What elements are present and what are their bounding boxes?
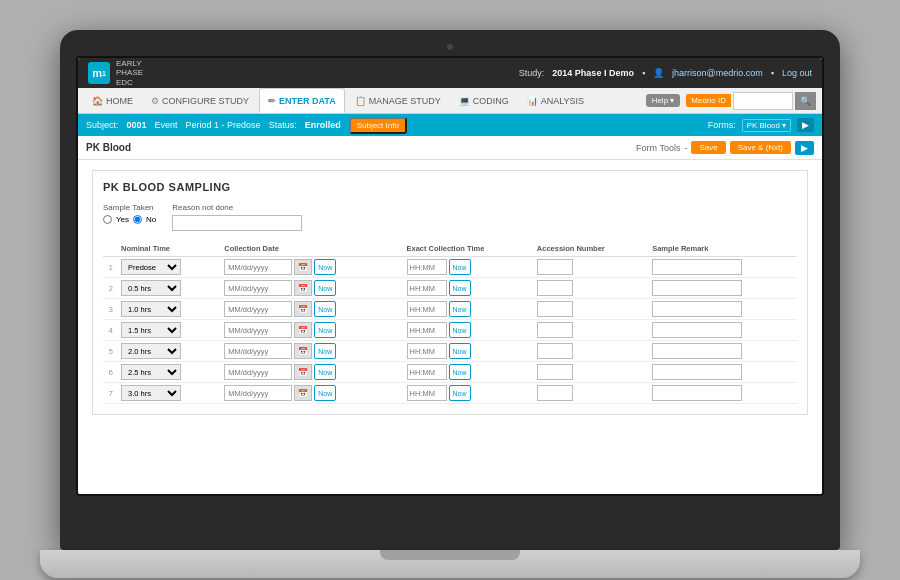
nominal-time-select[interactable]: 2.5 hrs — [121, 364, 181, 380]
now-button[interactable]: Now — [314, 280, 336, 296]
user-link[interactable]: jharrison@medrio.com — [672, 68, 763, 78]
time-input[interactable] — [407, 280, 447, 296]
now-button[interactable]: Now — [314, 343, 336, 359]
event-value: Period 1 - Predose — [186, 120, 261, 130]
radio-no[interactable] — [133, 215, 142, 224]
medrio-id-search-button[interactable]: 🔍 — [795, 92, 816, 110]
remark-cell — [648, 299, 797, 320]
remark-input[interactable] — [652, 259, 742, 275]
accession-input[interactable] — [537, 322, 573, 338]
study-label: Study: — [519, 68, 545, 78]
accession-input[interactable] — [537, 364, 573, 380]
accession-input[interactable] — [537, 343, 573, 359]
medrio-id-label: Medrio ID — [686, 94, 731, 107]
next-form-button[interactable]: ▶ — [797, 118, 814, 132]
time-input[interactable] — [407, 385, 447, 401]
nav-analysis-label: ANALYSIS — [541, 96, 584, 106]
now-button[interactable]: Now — [314, 259, 336, 275]
sample-taken-label: Sample Taken — [103, 203, 156, 212]
nominal-time-select[interactable]: Predose — [121, 259, 181, 275]
exact-now-button[interactable]: Now — [449, 280, 471, 296]
date-input[interactable] — [224, 364, 292, 380]
exact-time-cell: Now — [403, 257, 533, 278]
top-bar-right: Study: 2014 Phase I Demo ▪ 👤 jharrison@m… — [519, 68, 812, 78]
accession-input[interactable] — [537, 280, 573, 296]
medrio-id-input[interactable] — [733, 92, 793, 110]
nav-configure-label: CONFIGURE STUDY — [162, 96, 249, 106]
exact-now-button[interactable]: Now — [449, 385, 471, 401]
calendar-button[interactable]: 📅 — [294, 385, 312, 401]
save-next-button[interactable]: Save & (Nxt) — [730, 141, 791, 154]
calendar-button[interactable]: 📅 — [294, 280, 312, 296]
reason-input[interactable] — [172, 215, 302, 231]
nominal-time-select[interactable]: 2.0 hrs — [121, 343, 181, 359]
accession-input[interactable] — [537, 301, 573, 317]
time-input[interactable] — [407, 343, 447, 359]
now-button[interactable]: Now — [314, 301, 336, 317]
time-input[interactable] — [407, 364, 447, 380]
exact-now-button[interactable]: Now — [449, 322, 471, 338]
table-row: 2 0.5 hrs 📅 Now Now — [103, 278, 797, 299]
subject-id: 0001 — [127, 120, 147, 130]
remark-input[interactable] — [652, 280, 742, 296]
date-input[interactable] — [224, 343, 292, 359]
calendar-button[interactable]: 📅 — [294, 343, 312, 359]
exact-time-cell: Now — [403, 278, 533, 299]
exact-now-button[interactable]: Now — [449, 364, 471, 380]
remark-input[interactable] — [652, 343, 742, 359]
nav-configure[interactable]: ⚙ CONFIGURE STUDY — [143, 88, 257, 113]
now-button[interactable]: Now — [314, 385, 336, 401]
calendar-button[interactable]: 📅 — [294, 364, 312, 380]
accession-cell — [533, 257, 648, 278]
now-button[interactable]: Now — [314, 364, 336, 380]
exact-now-button[interactable]: Now — [449, 301, 471, 317]
separator2: ▪ — [771, 68, 774, 78]
logout-link[interactable]: Log out — [782, 68, 812, 78]
forms-dropdown[interactable]: PK Blood ▾ — [742, 119, 791, 132]
exact-now-button[interactable]: Now — [449, 343, 471, 359]
nav-right: Help ▾ Medrio ID 🔍 — [646, 92, 816, 110]
date-input[interactable] — [224, 322, 292, 338]
nav-enter-data-label: ENTER DATA — [279, 96, 336, 106]
calendar-button[interactable]: 📅 — [294, 322, 312, 338]
date-input[interactable] — [224, 385, 292, 401]
nav-coding[interactable]: 💻 CODING — [451, 88, 517, 113]
form-tools-right: Form Tools - Save Save & (Nxt) ▶ — [636, 141, 814, 155]
time-input[interactable] — [407, 259, 447, 275]
subject-info-button[interactable]: Subject Info — [349, 117, 407, 134]
date-input[interactable] — [224, 280, 292, 296]
radio-yes[interactable] — [103, 215, 112, 224]
time-input[interactable] — [407, 301, 447, 317]
calendar-button[interactable]: 📅 — [294, 301, 312, 317]
nav-enter-data[interactable]: ✏ ENTER DATA — [259, 88, 345, 113]
accession-input[interactable] — [537, 259, 573, 275]
nominal-time-select[interactable]: 1.5 hrs — [121, 322, 181, 338]
next-arrow-button[interactable]: ▶ — [795, 141, 814, 155]
nominal-time-select[interactable]: 3.0 hrs — [121, 385, 181, 401]
nav-analysis[interactable]: 📊 ANALYSIS — [519, 88, 592, 113]
now-button[interactable]: Now — [314, 322, 336, 338]
forms-label: Forms: — [708, 120, 736, 130]
calendar-button[interactable]: 📅 — [294, 259, 312, 275]
medrio-id-area: Medrio ID 🔍 — [686, 92, 816, 110]
table-row: 4 1.5 hrs 📅 Now Now — [103, 320, 797, 341]
help-button[interactable]: Help ▾ — [646, 94, 681, 107]
col-exact-time: Exact Collection Time — [403, 241, 533, 257]
exact-now-button[interactable]: Now — [449, 259, 471, 275]
nav-manage[interactable]: 📋 MANAGE STUDY — [347, 88, 449, 113]
enter-data-icon: ✏ — [268, 96, 276, 106]
time-input[interactable] — [407, 322, 447, 338]
remark-input[interactable] — [652, 364, 742, 380]
nav-home[interactable]: 🏠 HOME — [84, 88, 141, 113]
collection-date-cell: 📅 Now — [220, 257, 402, 278]
save-button[interactable]: Save — [691, 141, 725, 154]
accession-input[interactable] — [537, 385, 573, 401]
row-number: 7 — [103, 383, 117, 404]
nominal-time-select[interactable]: 1.0 hrs — [121, 301, 181, 317]
remark-input[interactable] — [652, 301, 742, 317]
remark-input[interactable] — [652, 322, 742, 338]
nominal-time-select[interactable]: 0.5 hrs — [121, 280, 181, 296]
date-input[interactable] — [224, 259, 292, 275]
remark-input[interactable] — [652, 385, 742, 401]
date-input[interactable] — [224, 301, 292, 317]
